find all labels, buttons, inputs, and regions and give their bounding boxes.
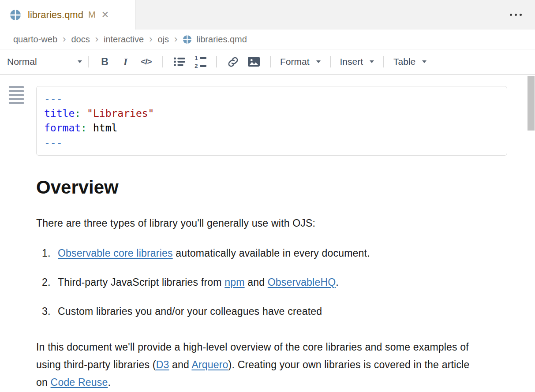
toolbar-divider <box>216 56 217 67</box>
yaml-front-matter-row: --- title:"Libraries" format:html --- <box>0 75 535 156</box>
bullet-list-icon <box>174 57 185 67</box>
insert-menu[interactable]: Insert <box>337 56 378 67</box>
chevron-down-icon <box>78 60 82 63</box>
toolbar-divider <box>383 56 384 67</box>
breadcrumb-item-docs[interactable]: docs <box>71 34 90 45</box>
toolbar-divider <box>88 56 89 67</box>
formatting-toolbar: Normal B I </> 1 2 <box>0 49 535 75</box>
yaml-open-delimiter: --- <box>44 92 499 106</box>
breadcrumb-item-interactive[interactable]: interactive <box>104 34 144 45</box>
italic-button[interactable]: I <box>115 56 136 68</box>
intro-paragraph: There are three types of library you'll … <box>36 217 499 230</box>
yaml-title-line: title:"Libraries" <box>44 106 499 121</box>
drag-handle-icon[interactable] <box>9 86 24 104</box>
tabbar-empty-space <box>136 0 510 30</box>
format-menu[interactable]: Format <box>277 56 324 67</box>
link-code-reuse[interactable]: Code Reuse <box>51 377 108 388</box>
more-actions-icon[interactable] <box>510 0 522 30</box>
toolbar-divider <box>330 56 331 67</box>
editor-content[interactable]: --- title:"Libraries" format:html --- Ov… <box>0 75 535 392</box>
toolbar-divider <box>162 56 163 67</box>
link-observable-core-libraries[interactable]: Observable core libraries <box>58 247 173 259</box>
tab-bar: libraries.qmd M × <box>0 0 535 30</box>
paragraph-style-select[interactable]: Normal <box>7 56 82 67</box>
breadcrumb-file[interactable]: libraries.qmd <box>196 34 247 45</box>
breadcrumb: quarto-web › docs › interactive › ojs › … <box>0 30 535 49</box>
yaml-close-delimiter: --- <box>44 135 499 150</box>
link-d3[interactable]: D3 <box>156 359 169 370</box>
yaml-metadata-block[interactable]: --- title:"Libraries" format:html --- <box>36 86 507 156</box>
link-arquero[interactable]: Arquero <box>191 359 228 370</box>
bullet-list-button[interactable] <box>169 57 190 67</box>
quarto-icon <box>10 9 21 21</box>
paragraph-style-value: Normal <box>7 56 37 67</box>
link-observablehq[interactable]: ObservableHQ <box>268 276 336 288</box>
quarto-icon <box>183 35 192 44</box>
ordered-list-button[interactable]: 1 2 <box>190 55 210 69</box>
list-item: 3. Custom libraries you and/or your coll… <box>42 305 535 318</box>
toolbar-divider <box>270 56 271 67</box>
breadcrumb-separator: › <box>95 34 98 45</box>
image-icon <box>248 57 260 67</box>
tab-title: libraries.qmd <box>28 9 83 21</box>
image-button[interactable] <box>243 57 264 67</box>
breadcrumb-item-ojs[interactable]: ojs <box>157 34 169 45</box>
table-menu[interactable]: Table <box>390 56 430 67</box>
link-button[interactable] <box>223 56 243 67</box>
link-icon <box>228 56 239 67</box>
git-modified-badge: M <box>88 10 96 20</box>
breadcrumb-item-quarto-web[interactable]: quarto-web <box>13 34 57 45</box>
closing-paragraph: In this document we'll provide a high-le… <box>36 338 483 391</box>
heading-overview: Overview <box>36 177 535 198</box>
chevron-down-icon <box>316 60 321 63</box>
tab-libraries-qmd[interactable]: libraries.qmd M × <box>0 0 136 30</box>
list-item: 2. Third-party JavaScript libraries from… <box>42 276 535 289</box>
chevron-down-icon <box>422 60 427 63</box>
breadcrumb-separator: › <box>63 34 66 45</box>
ordered-list-icon: 1 2 <box>194 55 206 69</box>
yaml-format-line: format:html <box>44 121 499 135</box>
visual-editor-window: libraries.qmd M × quarto-web › docs › in… <box>0 0 535 392</box>
close-icon[interactable]: × <box>102 9 109 21</box>
breadcrumb-separator: › <box>149 34 152 45</box>
chevron-down-icon <box>370 60 374 63</box>
scrollbar-thumb[interactable] <box>528 76 535 131</box>
code-button[interactable]: </> <box>136 57 157 67</box>
list-item: 1. Observable core libraries automatical… <box>42 246 535 260</box>
library-types-list: 1. Observable core libraries automatical… <box>42 246 535 318</box>
breadcrumb-separator: › <box>174 34 177 45</box>
bold-button[interactable]: B <box>94 56 115 68</box>
link-npm[interactable]: npm <box>224 276 244 288</box>
